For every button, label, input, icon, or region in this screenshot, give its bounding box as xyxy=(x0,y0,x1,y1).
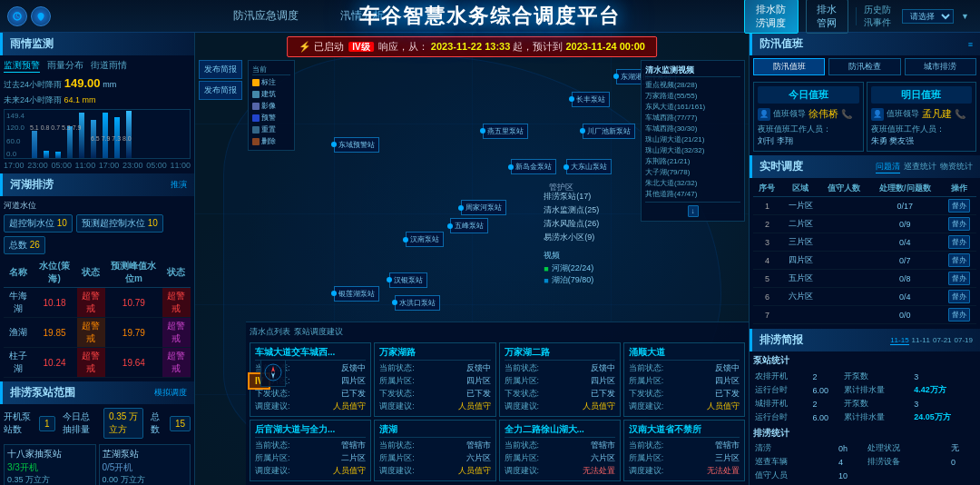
drain-date-1[interactable]: 11-11 xyxy=(912,336,930,345)
legend-delete[interactable]: 删除 xyxy=(252,136,290,146)
cards-label: 清水点列表 泵站调度建议 xyxy=(250,326,745,338)
video-section: 视频 ■ 河湖(22/24) ■ 湖泊(79/80) xyxy=(544,250,593,286)
nav-item-flood[interactable]: 防汛应急调度 xyxy=(226,0,306,33)
publish-info-btn[interactable]: 发布简报 xyxy=(199,81,242,100)
svg-marker-2 xyxy=(271,366,275,372)
nav-center: 防汛应急调度 汛情分析 车谷智慧水务综合调度平台 xyxy=(109,0,744,33)
btn-drainage[interactable]: 排水管网 xyxy=(806,0,848,34)
dispatch-row-5: 5 五片区 0/8 督办 xyxy=(753,270,976,288)
cards-row-2: 后官湖大道与全力... 当前状态:管辖市 所属片区:二片区 调度建议:人员值守 … xyxy=(250,420,745,481)
river-push-btn[interactable]: 推演 xyxy=(171,179,187,191)
rain-tab-0[interactable]: 监测预警 xyxy=(4,59,40,73)
station-wufeng[interactable]: 五峰泵站 xyxy=(450,218,488,233)
past-rain: 过去24小时降雨 149.00 mm xyxy=(4,76,116,91)
duty-tabs: 防汛值班 防汛检查 城市排涝 xyxy=(750,55,980,78)
card-5: 后官湖大道与全力... 当前状态:管辖市 所属片区:二片区 调度建议:人员值守 xyxy=(250,420,371,481)
btn-flood-control[interactable]: 排水防涝调度 xyxy=(744,0,799,34)
duty-header-icon: ≡ xyxy=(968,40,973,49)
history-select[interactable]: 请选择 xyxy=(902,9,954,24)
chevron-down-icon: ▼ xyxy=(961,12,969,21)
svg-marker-3 xyxy=(271,372,275,379)
dispatch-op-4[interactable]: 督办 xyxy=(948,253,970,267)
pump-model-btn[interactable]: 模拟调度 xyxy=(154,387,187,399)
station-dadong[interactable]: 大东山泵站 xyxy=(566,159,612,174)
duty-tab-1[interactable]: 防汛检查 xyxy=(828,58,900,75)
dispatch-op-5[interactable]: 督办 xyxy=(948,272,970,285)
download-btn[interactable]: ↓ xyxy=(688,205,699,217)
drain-date-0[interactable]: 11-15 xyxy=(890,336,908,345)
y-axis-label: 149.4 xyxy=(6,112,24,120)
dispatch-op-3[interactable]: 督办 xyxy=(948,235,970,249)
station-changfeng[interactable]: 长丰泵站 xyxy=(572,92,610,107)
dispatch-tab-2[interactable]: 物资统计 xyxy=(940,161,973,173)
rain-stats: 过去24小时降雨 149.00 mm xyxy=(4,76,191,91)
today-leader-name: 徐伟桥 xyxy=(808,107,838,121)
station-yinlian[interactable]: 银莲湖泵站 xyxy=(334,286,379,302)
pump-stats-title: 泵站统计 xyxy=(753,354,976,367)
nav-icon-2[interactable] xyxy=(31,6,51,26)
river-title: 河湖排涝 xyxy=(10,177,54,193)
drain-date-3[interactable]: 07-19 xyxy=(955,336,973,345)
drain-date-2[interactable]: 07-21 xyxy=(933,336,951,345)
river-ctrl-limit: 超控制水位 10 xyxy=(4,214,73,233)
dispatch-op-6[interactable]: 督办 xyxy=(948,290,970,303)
station-zhoughe[interactable]: 周家河泵站 xyxy=(461,200,506,215)
dispatch-op-2[interactable]: 督办 xyxy=(948,217,970,231)
cards-row-1: 车城大道交车城西... 当前状态:反馈中 所属片区:四片区 下发状态:已下发 调… xyxy=(250,342,745,417)
dispatch-op-7[interactable]: 督办 xyxy=(948,308,970,322)
publish-buttons: 发布简报 发布简报 xyxy=(199,60,242,100)
rain-tab-2[interactable]: 街道雨情 xyxy=(91,59,127,73)
dispatch-tab-1[interactable]: 巡查统计 xyxy=(904,161,936,173)
duty-tab-0[interactable]: 防汛值班 xyxy=(753,58,825,75)
drain-stats-title: 排涝统计 xyxy=(753,427,976,440)
card-7: 全力二路徐山湖大... 当前状态:管辖市 所属片区:六片区 调度建议:无法处置 xyxy=(499,420,621,481)
station-hannan[interactable]: 汉南泵站 xyxy=(406,232,444,247)
map-nav-compass xyxy=(260,360,286,387)
station-chuanchi[interactable]: 川厂池新泵站 xyxy=(583,124,635,139)
pump-section: 开机泵站数 1 今日总抽排量 0.35 万立方 总数 15 十八家抽泵站 3/3… xyxy=(0,404,194,485)
river-level-label: 河道水位 xyxy=(4,200,191,212)
card-4: 涌顺大道 当前状态:反馈中 所属片区:四片区 下发状态:已下发 调度建议:人员值… xyxy=(623,342,745,417)
pump-total: 15 xyxy=(170,416,191,431)
rain-tabs: 监测预警 雨量分布 街道雨情 xyxy=(4,59,191,73)
phone-icon-2: 📞 xyxy=(955,109,965,119)
station-hanyin[interactable]: 汉银泵站 xyxy=(389,272,427,288)
legend-label[interactable]: 标注 xyxy=(252,77,290,87)
legend-forecast[interactable]: 预警 xyxy=(252,113,290,123)
dispatch-section: 序号 区域 值守人数 处理数/问题数 操作 1 一片区 0/17 督办 xyxy=(750,178,980,329)
map-legend-right: 清水监测视频 重点视频(28/28) 万家路道(55/55) 东风大道(161/… xyxy=(641,60,745,222)
dispatch-op-1[interactable]: 督办 xyxy=(948,199,970,213)
chart-bar-3 xyxy=(55,152,61,158)
dispatch-header: 实时调度 问题清 巡查统计 物资统计 xyxy=(750,155,980,178)
pump-controls: 开机泵站数 1 今日总抽排量 0.35 万立方 总数 15 xyxy=(4,408,191,439)
station-xindao[interactable]: 新岛金泵站 xyxy=(511,159,556,174)
legend-building[interactable]: 建筑 xyxy=(252,89,290,99)
dispatch-row-6: 6 六片区 0/4 督办 xyxy=(753,288,976,306)
duty-tab-2[interactable]: 城市排涝 xyxy=(905,58,976,75)
station-dongyu[interactable]: 东域预警站 xyxy=(334,137,379,153)
history-label: 历史防汛事件 xyxy=(864,4,895,29)
bar-label-row: 5.1 0.8 0.7 5.3 7.9 xyxy=(30,124,81,131)
rain-tab-1[interactable]: 雨量分布 xyxy=(47,59,83,73)
dispatch-tab-0[interactable]: 问题清 xyxy=(876,161,900,173)
dispatch-row-2: 2 二片区 0/9 督办 xyxy=(753,215,976,233)
nav-icon-1[interactable] xyxy=(7,6,27,26)
dispatch-table-header: 序号 区域 值守人数 处理数/问题数 操作 xyxy=(753,181,976,197)
publish-btn[interactable]: 发布简报 xyxy=(199,60,242,79)
alert-end-time: 2023-11-24 00:00 xyxy=(565,41,644,52)
pump-stats-table: 农排开机 2 开泵数 3 运行台时 6.00 累计排水量 4.42万方 城排开机… xyxy=(753,370,976,424)
pump-open-count: 1 xyxy=(39,416,55,431)
river-ctrl-total: 总数 26 xyxy=(4,236,45,254)
duty-cards: 今日值班 👤 值班领导 徐伟桥 📞 夜班值班工作人员： 刘刊 李翔 明日值班 xyxy=(753,82,976,152)
river-row-3: 柱子湖 10.24 超警戒 19.64 超警戒 xyxy=(4,348,191,378)
station-shuihong[interactable]: 水洪口泵站 xyxy=(395,295,440,311)
station-yanwuli[interactable]: 燕五里泵站 xyxy=(483,124,528,139)
legend-image[interactable]: 影像 xyxy=(252,101,290,111)
alert-bar: ⚡ 已启动 IV级 响应，从： 2023-11-22 13:33 起，预计到 2… xyxy=(287,36,657,57)
legend-reset[interactable]: 重置 xyxy=(252,124,290,134)
main-container: 雨情监测 监测预警 雨量分布 街道雨情 过去24小时降雨 149.00 mm 未… xyxy=(0,33,980,485)
drain-stats-row-3: 值守人员 10 xyxy=(753,469,976,482)
center-map: ⚡ 已启动 IV级 响应，从： 2023-11-22 13:33 起，预计到 2… xyxy=(195,33,749,485)
drain-stats-table: 清涝 0h 处理状况 无 巡查车辆 4 排涝设备 0 值守人员 10 xyxy=(753,441,976,482)
pump-stats-row-4: 运行台时 6.00 累计排水量 24.05万方 xyxy=(753,411,976,424)
